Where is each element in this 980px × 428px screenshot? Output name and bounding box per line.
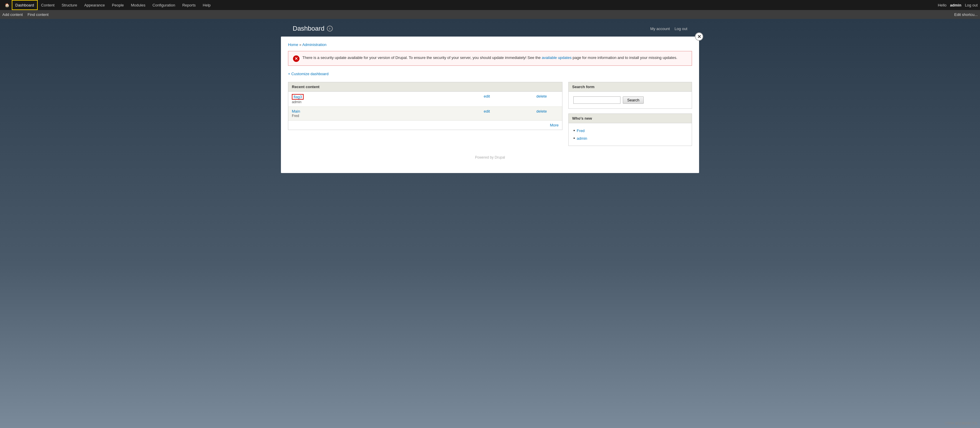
list-item: Fred [573,127,687,134]
error-icon: ✕ [293,56,299,62]
powered-by-text: Powered by [475,155,495,160]
admin-username: admin [950,3,961,7]
customize-plus-icon[interactable]: + [327,26,333,32]
search-form-header: Search form [569,82,692,92]
error-message: There is a security update available for… [302,55,677,61]
content-spacer2 [508,107,521,121]
recent-content-header: Recent content [288,82,562,92]
nav-left: 🏠 Dashboard Content Structure Appearance… [2,0,214,10]
nav-item-appearance[interactable]: Appearance [81,0,108,10]
more-link-row: More [288,121,562,130]
nav-item-help[interactable]: Help [199,0,215,10]
content-title-link[interactable]: flag3 [294,94,302,99]
close-button[interactable]: ✕ [695,32,703,41]
secondary-bar: Add content Find content Edit shortcu... [0,10,980,19]
dashboard-user-links: My account Log out [650,27,687,31]
list-item: admin [573,134,687,142]
hello-text: Hello [938,3,947,7]
content-title-cell: Main Fred [288,107,357,121]
content-edit-cell: edit [466,107,508,121]
table-row: Main Fred edit [288,107,562,121]
secondary-nav-left: Add content Find content [2,13,49,17]
whos-new-panel: Who's new Fred admin [568,113,692,146]
content-edit-link[interactable]: edit [484,94,490,99]
content-edit-link[interactable]: edit [484,109,490,113]
nav-item-structure[interactable]: Structure [58,0,81,10]
search-form-panel: Search form Search [568,82,692,109]
content-delete-link[interactable]: delete [536,109,547,113]
breadcrumb: Home » Administration [288,42,692,47]
content-author: Fred [292,114,299,118]
more-link[interactable]: More [550,123,558,127]
edit-shortcuts-link[interactable]: Edit shortcu... [955,13,978,17]
nav-item-people[interactable]: People [108,0,127,10]
search-form-body: Search [569,92,692,109]
nav-item-reports[interactable]: Reports [179,0,199,10]
left-column: Recent content flag3 [288,82,562,135]
content-spacer [357,92,466,107]
recent-content-table: flag3 admin edit [288,92,562,130]
nav-item-dashboard[interactable]: Dashboard [12,0,38,10]
whos-new-body: Fred admin [569,123,692,145]
home-icon[interactable]: 🏠 [2,0,12,10]
whos-new-list: Fred admin [573,127,687,142]
available-updates-link[interactable]: available updates [542,56,571,60]
recent-content-panel: Recent content flag3 [288,82,562,130]
right-column: Search form Search Who's new F [568,82,692,151]
table-row: flag3 admin edit [288,92,562,107]
content-spacer2 [508,92,521,107]
nav-item-configuration[interactable]: Configuration [149,0,179,10]
search-input[interactable] [573,96,620,104]
drupal-link[interactable]: Drupal [495,155,505,160]
nav-right: Hello admin Log out [938,3,978,7]
customize-dashboard-link[interactable]: + Customize dashboard [288,72,329,76]
top-logout-link[interactable]: Log out [965,3,978,7]
footer: Powered by Drupal [288,151,692,164]
content-delete-cell: delete [521,107,562,121]
breadcrumb-admin[interactable]: Administration [302,42,326,47]
content-title-link[interactable]: Main [292,109,300,113]
whos-new-header: Who's new [569,114,692,123]
breadcrumb-separator: » [298,42,302,47]
search-input-wrap: Search [573,96,687,104]
add-content-link[interactable]: Add content [2,13,23,17]
search-button[interactable]: Search [623,96,644,104]
top-navigation: 🏠 Dashboard Content Structure Appearance… [0,0,980,10]
find-content-link[interactable]: Find content [27,13,49,17]
dashboard-header: Dashboard + My account Log out [284,25,696,37]
content-delete-cell: delete [521,92,562,107]
dashboard-title: Dashboard + [293,25,333,32]
nav-item-modules[interactable]: Modules [127,0,149,10]
two-column-layout: Recent content flag3 [288,82,692,151]
content-delete-link[interactable]: delete [536,94,547,99]
main-card: ✕ Home » Administration ✕ There is a sec… [281,37,699,173]
recent-content-body: flag3 admin edit [288,92,562,130]
error-box: ✕ There is a security update available f… [288,51,692,66]
corner-text: CSDN @过期的秋刀鱼 [945,421,978,426]
nav-item-content[interactable]: Content [38,0,58,10]
dashboard-logout-link[interactable]: Log out [675,27,687,31]
content-spacer [357,107,466,121]
dashboard-title-text: Dashboard [293,25,325,32]
content-author: admin [292,100,302,104]
content-title-cell: flag3 admin [288,92,357,107]
user-fred-link[interactable]: Fred [577,129,585,133]
page-background: Dashboard + My account Log out ✕ Home » … [0,19,980,428]
breadcrumb-home[interactable]: Home [288,42,298,47]
my-account-link[interactable]: My account [650,27,670,31]
user-admin-link[interactable]: admin [577,136,587,141]
content-edit-cell: edit [466,92,508,107]
